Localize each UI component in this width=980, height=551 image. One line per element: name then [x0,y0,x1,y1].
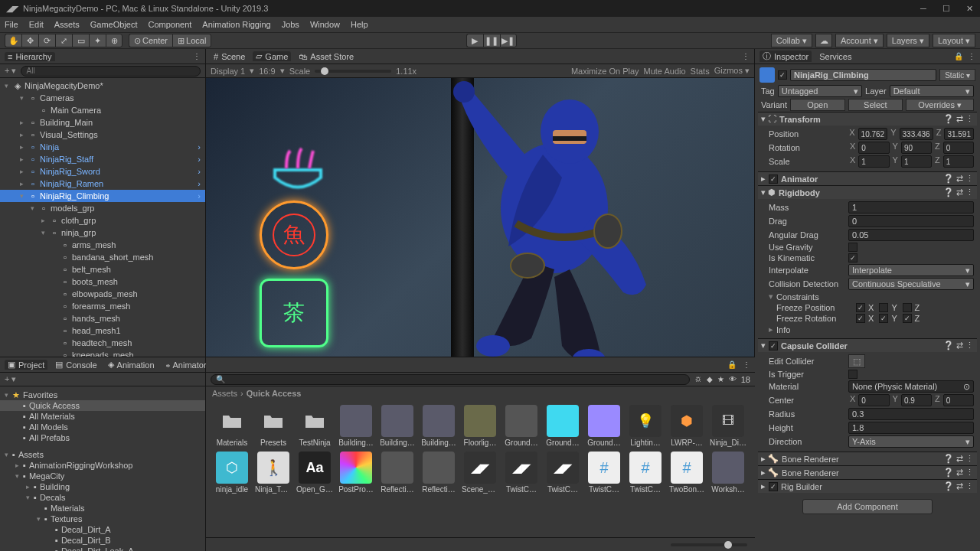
rotate-tool-icon[interactable]: ⟳ [38,34,55,47]
rotation-y[interactable]: 90 [901,142,932,154]
scale-y[interactable]: 1 [901,155,932,168]
custom-tool-icon[interactable]: ⊕ [106,34,122,47]
project-tree-item[interactable]: ▪Decal_Dirt_Leak_A [0,546,205,551]
use-gravity-checkbox[interactable] [848,243,858,252]
hierarchy-item[interactable]: ▸▫Ninja› [0,141,205,153]
project-tab[interactable]: ▣ Project [5,360,47,370]
close-icon[interactable]: ✕ [965,4,974,13]
menu-assets[interactable]: Assets [54,20,80,29]
asset-item[interactable]: 💡Lightin… [627,405,664,447]
physic-material-field[interactable]: None (Physic Material)⊙ [848,380,974,393]
step-button-icon[interactable]: ▶❚ [500,34,517,47]
asset-item[interactable]: Ground… [586,405,622,447]
freeze-pos-y[interactable] [879,303,888,312]
freeze-rot-z[interactable]: ✓ [903,314,912,323]
direction-dropdown[interactable]: Y-Axis▾ [848,435,974,448]
layer-dropdown[interactable]: Default▾ [890,85,974,97]
project-tree-item[interactable]: ▾▪Decals [0,492,205,503]
asset-item[interactable]: Building… [420,405,457,447]
open-prefab-button[interactable]: Open [790,99,845,111]
hierarchy-item[interactable]: ▫forearms_mesh [0,300,205,312]
project-folder-tree[interactable]: ▾★Favorites▪Quick Access▪All Materials▪A… [0,386,205,551]
pivot-toggle[interactable]: ⊙Center [129,34,172,47]
hierarchy-item[interactable]: ▾▫Cameras [0,92,205,104]
hierarchy-item[interactable]: ▸▫NinjaRig_Sword› [0,165,205,178]
project-tree-item[interactable]: ▾★Favorites [0,390,205,400]
interpolate-dropdown[interactable]: Interpolate▾ [848,264,974,276]
menu-window[interactable]: Window [310,20,340,29]
create-dropdown[interactable]: + ▾ [5,66,16,76]
hierarchy-item[interactable]: ▫elbowpads_mesh [0,288,205,300]
asset-item[interactable]: Building… [338,405,374,447]
is-trigger-checkbox[interactable] [848,370,858,379]
add-component-button[interactable]: Add Component [802,499,933,514]
hierarchy-item[interactable]: ▸▫NinjaRig_Ramen› [0,178,205,190]
position-x[interactable]: 10.762 [858,128,888,140]
thumbnail-size-slider[interactable] [671,543,747,546]
hierarchy-item[interactable]: ▫boots_mesh [0,276,205,288]
rotation-z[interactable]: 0 [943,142,974,154]
hierarchy-item[interactable]: ▫head_mesh1 [0,324,205,337]
transform-tool-icon[interactable]: ✦ [89,34,106,47]
services-tab[interactable]: Services [816,52,854,61]
position-y[interactable]: 333.436 [900,128,933,140]
lock-icon[interactable]: 🔒 [954,52,963,60]
project-tree-item[interactable]: ▸▪Building [0,481,205,492]
project-tree-item[interactable]: ▪Quick Access [0,400,205,411]
project-tree-item[interactable]: ▪All Models [0,422,205,432]
asset-item[interactable]: AaOpen_G… [296,452,333,494]
hierarchy-item[interactable]: ▫hands_mesh [0,312,205,324]
hierarchy-item[interactable]: ▾▫models_grp [0,202,205,214]
scale-x[interactable]: 1 [858,155,889,168]
edit-collider-button[interactable]: ⬚ [848,354,865,368]
asset-item[interactable]: 🎞Ninja_Di… [710,405,746,447]
drag-input[interactable]: 0 [848,215,974,227]
account-dropdown[interactable]: Account ▾ [835,34,884,47]
hierarchy-item[interactable]: ▸▫cloth_grp [0,214,205,227]
hierarchy-item[interactable]: ▫headtech_mesh [0,337,205,349]
select-prefab-button[interactable]: Select [848,99,903,111]
mass-input[interactable]: 1 [848,201,974,214]
asset-item[interactable]: Building… [379,405,416,447]
menu-edit[interactable]: Edit [29,20,44,29]
asset-item[interactable]: Reflecti… [379,452,416,494]
hand-tool-icon[interactable]: ✋ [5,34,21,47]
gameobject-name-input[interactable] [790,69,936,81]
asset-item[interactable]: TestNinja [296,405,333,447]
freeze-pos-z[interactable] [903,303,912,312]
asset-item[interactable]: Materials [214,405,250,447]
game-tab[interactable]: ▱ Game [253,51,291,61]
hierarchy-item[interactable]: ▫bandana_short_mesh [0,251,205,263]
panel-menu-icon[interactable]: ⋮ [968,52,975,60]
hierarchy-item[interactable]: ▸▫NinjaRig_Staff› [0,153,205,165]
asset-item[interactable]: Reflecti… [420,452,457,494]
project-tree-item[interactable]: ▾▪Textures [0,514,205,524]
collab-dropdown[interactable]: Collab ▾ [771,34,812,47]
project-tree-item[interactable]: ▪All Prefabs [0,432,205,443]
transform-component-header[interactable]: ▾ ⛶ Transform❔ ⇄ ⋮ [758,112,977,126]
project-tree-item[interactable]: ▪Decal_Dirt_B [0,535,205,546]
asset-item[interactable]: #TwoBon… [668,452,705,494]
asset-item[interactable]: Floorlig… [462,405,498,447]
asset-item[interactable]: #TwistC… [586,452,622,494]
project-search[interactable] [211,374,690,385]
console-tab[interactable]: ▤ Console [52,360,100,370]
cloud-icon[interactable]: ☁ [815,34,832,47]
project-tree-item[interactable]: ▾▪MegaCity [0,471,205,481]
radius-input[interactable]: 0.3 [848,408,974,420]
position-z[interactable]: 31.591 [944,128,974,140]
height-input[interactable]: 1.8 [848,422,974,434]
menu-file[interactable]: File [5,20,18,29]
scale-z[interactable]: 1 [943,155,974,168]
favorite-icon[interactable]: ◆ [707,375,713,383]
menu-jobs[interactable]: Jobs [282,20,299,29]
hierarchy-item[interactable]: ▫belt_mesh [0,263,205,276]
panel-menu-icon[interactable]: ⋮ [742,52,750,60]
display-dropdown[interactable]: Display 1 [211,67,245,76]
animation-tab[interactable]: ◈ Animation [105,360,158,370]
hierarchy-search[interactable] [21,66,201,77]
static-dropdown[interactable]: Static ▾ [939,69,975,81]
move-tool-icon[interactable]: ✥ [21,34,38,47]
asset-store-tab[interactable]: 🛍 Asset Store [296,52,357,61]
inspector-tab[interactable]: ⓘ Inspector [760,51,812,62]
